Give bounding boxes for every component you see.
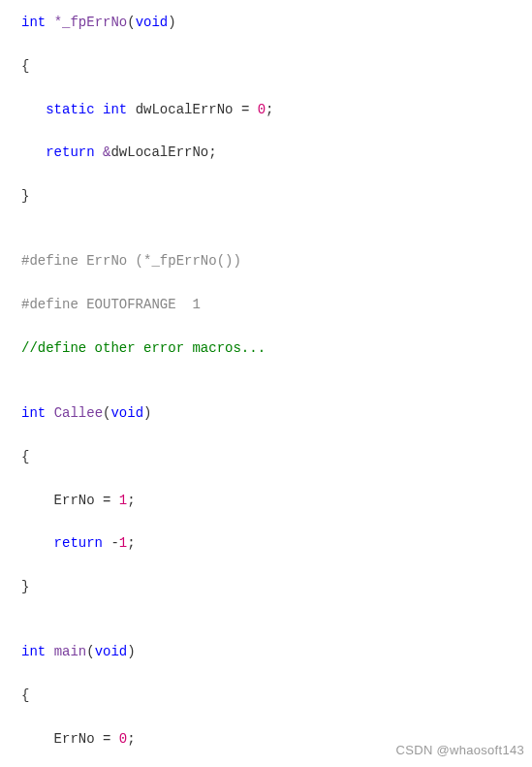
kw-int: int [103, 102, 127, 117]
kw-void: void [136, 15, 169, 30]
brace-close: } [21, 188, 29, 204]
kw-int: int [21, 15, 46, 30]
watermark: CSDN @whaosoft143 [396, 741, 524, 761]
amp: & [95, 144, 111, 160]
semi: ; [266, 102, 273, 117]
define-eoutofrange: #define EOUTOFRANGE 1 [21, 297, 201, 312]
kw-static: static [46, 102, 94, 117]
kw-return: return [46, 144, 94, 160]
comment-line: //define other error macros... [21, 340, 266, 356]
assign-errno: ErrNo = [21, 493, 119, 508]
brace-open: { [21, 687, 29, 703]
paren: ) [143, 405, 151, 421]
num-one: 1 [119, 535, 127, 551]
func-fperrno: *_fpErrNo [54, 15, 128, 30]
kw-return: return [54, 535, 103, 551]
paren: ) [168, 15, 175, 30]
paren: ( [86, 644, 94, 659]
var-decl: dwLocalErrNo = [127, 102, 257, 117]
kw-int: int [21, 405, 46, 421]
brace-open: { [21, 58, 29, 74]
code-block: int *_fpErrNo(void) { static int dwLocal… [0, 0, 532, 767]
paren: ( [127, 15, 135, 30]
func-callee: Callee [54, 405, 103, 421]
brace-close: } [21, 579, 29, 594]
num-zero: 0 [258, 102, 266, 117]
define-errno: #define ErrNo (*_fpErrNo()) [21, 253, 241, 269]
kw-int: int [21, 644, 46, 659]
brace-open: { [21, 449, 29, 464]
semi: ; [127, 493, 135, 508]
kw-void: void [95, 644, 128, 659]
func-main: main [54, 644, 87, 659]
neg: - [103, 535, 119, 551]
paren: ) [127, 644, 135, 659]
assign-errno: ErrNo = [21, 731, 119, 747]
var-ref: dwLocalErrNo; [110, 144, 216, 160]
semi: ; [127, 535, 135, 551]
num-zero: 0 [119, 731, 127, 747]
kw-void: void [110, 405, 143, 421]
line-1: int *_fpErrNo(void) [21, 15, 176, 30]
semi: ; [127, 731, 135, 747]
num-one: 1 [119, 493, 127, 508]
